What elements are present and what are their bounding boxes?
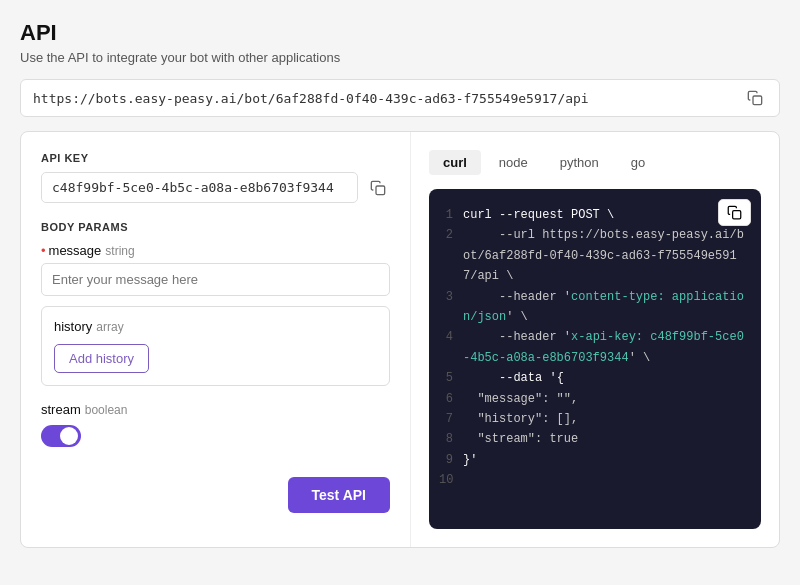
line-num-8: 8 (439, 429, 453, 449)
api-key-label: API KEY (41, 152, 390, 164)
code-line-8: 8 "stream": true (439, 429, 745, 449)
stream-toggle[interactable] (41, 425, 81, 447)
tab-go[interactable]: go (617, 150, 659, 175)
code-line-3: 3 --header 'content-type: application/js… (439, 287, 745, 328)
copy-code-button[interactable] (718, 199, 751, 226)
code-line-10: 10 (439, 470, 745, 490)
line-num-1: 1 (439, 205, 453, 225)
line-content-5: --data '{ (463, 368, 745, 388)
code-block: 1 curl --request POST \ 2 --url https://… (429, 189, 761, 529)
url-bar: https://bots.easy-peasy.ai/bot/6af288fd-… (20, 79, 780, 117)
tabs-row: curl node python go (429, 150, 761, 175)
message-param-label: •messagestring (41, 243, 390, 258)
code-line-2: 2 --url https://bots.easy-peasy.ai/bot/6… (439, 225, 745, 286)
line-num-4: 4 (439, 327, 453, 368)
required-dot: • (41, 243, 46, 258)
stream-label: streamboolean (41, 402, 390, 417)
line-content-2: --url https://bots.easy-peasy.ai/bot/6af… (463, 225, 745, 286)
line-content-10 (463, 470, 745, 490)
line-content-8: "stream": true (463, 429, 745, 449)
line-num-5: 5 (439, 368, 453, 388)
svg-rect-2 (733, 211, 741, 219)
code-line-4: 4 --header 'x-api-key: c48f99bf-5ce0-4b5… (439, 327, 745, 368)
tab-node[interactable]: node (485, 150, 542, 175)
code-line-7: 7 "history": [], (439, 409, 745, 429)
tab-curl[interactable]: curl (429, 150, 481, 175)
svg-rect-0 (753, 96, 762, 105)
message-type: string (105, 244, 134, 258)
api-key-input[interactable] (41, 172, 358, 203)
svg-rect-1 (376, 186, 385, 195)
right-panel: curl node python go 1 curl --request POS… (411, 132, 779, 547)
history-box: historyarray Add history (41, 306, 390, 386)
history-type: array (96, 320, 123, 334)
copy-url-button[interactable] (743, 88, 767, 108)
line-content-4: --header 'x-api-key: c48f99bf-5ce0-4b5c-… (463, 327, 745, 368)
code-line-1: 1 curl --request POST \ (439, 205, 745, 225)
line-num-2: 2 (439, 225, 453, 286)
line-content-6: "message": "", (463, 389, 745, 409)
line-num-6: 6 (439, 389, 453, 409)
line-num-10: 10 (439, 470, 453, 490)
body-params-label: BODY PARAMS (41, 221, 390, 233)
test-api-button[interactable]: Test API (288, 477, 390, 513)
line-num-3: 3 (439, 287, 453, 328)
api-url: https://bots.easy-peasy.ai/bot/6af288fd-… (33, 91, 743, 106)
left-panel: API KEY BODY PARAMS •messagestring histo… (21, 132, 411, 547)
copy-api-key-button[interactable] (366, 178, 390, 198)
page-title: API (20, 20, 780, 46)
line-content-3: --header 'content-type: application/json… (463, 287, 745, 328)
page-subtitle: Use the API to integrate your bot with o… (20, 50, 780, 65)
stream-row: streamboolean (41, 402, 390, 447)
history-header: historyarray (54, 319, 377, 334)
line-content-9: }' (463, 450, 745, 470)
code-line-9: 9 }' (439, 450, 745, 470)
message-param-row: •messagestring (41, 243, 390, 296)
stream-type: boolean (85, 403, 128, 417)
line-num-9: 9 (439, 450, 453, 470)
code-line-5: 5 --data '{ (439, 368, 745, 388)
api-key-row (41, 172, 390, 203)
code-line-6: 6 "message": "", (439, 389, 745, 409)
line-content-1: curl --request POST \ (463, 205, 745, 225)
main-card: API KEY BODY PARAMS •messagestring histo… (20, 131, 780, 548)
code-lines: 1 curl --request POST \ 2 --url https://… (439, 205, 745, 490)
tab-python[interactable]: python (546, 150, 613, 175)
line-num-7: 7 (439, 409, 453, 429)
add-history-button[interactable]: Add history (54, 344, 149, 373)
line-content-7: "history": [], (463, 409, 745, 429)
message-input[interactable] (41, 263, 390, 296)
